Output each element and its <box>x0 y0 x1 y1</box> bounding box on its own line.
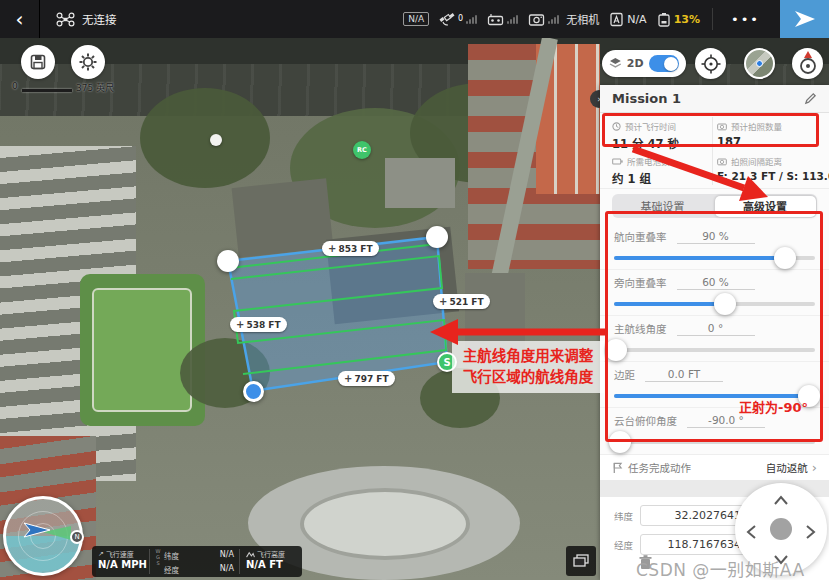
rc-signal[interactable] <box>487 13 518 26</box>
longitude-label: 经度 <box>614 538 640 552</box>
flight-status-badge: N/A <box>403 12 429 26</box>
scale-bar <box>22 89 72 92</box>
altitude-icon <box>246 551 255 558</box>
drone-icon <box>56 12 75 27</box>
remote-controller-icon <box>487 13 504 26</box>
annotation-box-stats <box>602 113 819 147</box>
add-vertex-icon: + <box>344 373 352 384</box>
map-2d-toggle[interactable] <box>649 55 679 72</box>
battery-icon <box>657 12 671 27</box>
nudge-center[interactable] <box>770 518 792 540</box>
back-button[interactable]: ‹ <box>0 0 40 38</box>
add-vertex-icon: + <box>328 243 336 254</box>
gps-signal[interactable]: 0 <box>439 12 477 26</box>
watermark: CSDN @一别如斯AA <box>636 556 805 580</box>
camera-status: 无相机 <box>566 11 599 27</box>
finish-action-row[interactable]: 任务完成动作 自动返航 › <box>600 454 829 480</box>
scale-zero: 0 <box>12 81 18 91</box>
satellite-icon <box>439 12 455 26</box>
signal-bars <box>466 14 477 24</box>
gear-icon <box>78 52 98 72</box>
nudge-up-icon[interactable] <box>771 493 791 507</box>
flag-icon <box>612 462 623 474</box>
nudge-left-icon[interactable] <box>744 522 758 542</box>
camera-icon <box>528 13 545 26</box>
top-bar: ‹ 无连接 N/A <box>0 0 829 38</box>
edge-length-label[interactable]: + 521 FT <box>433 294 490 309</box>
north-needle-icon <box>804 51 812 58</box>
telemetry-wgs: WGS 纬度N/A 经度N/A <box>150 546 239 577</box>
telemetry-speed: ↗ 飞行速度 N/A MPH <box>92 546 149 577</box>
back-icon: ‹ <box>16 7 24 31</box>
edge-length-label[interactable]: + 797 FT <box>338 371 395 386</box>
map-stadium-inner <box>300 488 470 560</box>
airplane-icon <box>793 7 817 31</box>
compass-reset-button[interactable] <box>792 48 823 79</box>
map-building <box>232 178 334 258</box>
mission-header: Mission 1 <box>600 85 829 113</box>
map-layer-switch-button[interactable] <box>744 48 775 79</box>
nudge-right-icon[interactable] <box>804 522 818 542</box>
vertex-handle[interactable] <box>426 226 448 248</box>
minimap-location-dot <box>756 60 763 67</box>
camera-signal[interactable]: 无相机 <box>528 11 599 27</box>
chevron-right-icon: › <box>812 460 817 475</box>
telemetry-altitude: 飞行高度 N/A FT <box>240 546 302 577</box>
edge-length-label[interactable]: + 853 FT <box>322 241 379 256</box>
finish-action-value: 自动返航 <box>766 460 808 475</box>
satellite-count: 0 <box>458 14 463 23</box>
map-2d-label: 2D <box>627 57 644 70</box>
telemetry-bar: ↗ 飞行速度 N/A MPH WGS 纬度N/A 经度N/A 飞行高度 N/A … <box>92 546 302 577</box>
overlap-windows-icon <box>573 554 589 568</box>
rc-location-marker: RC <box>353 141 371 159</box>
fit-view-button[interactable] <box>566 546 596 576</box>
map-mode-pill[interactable]: 2D <box>602 50 686 77</box>
battery-icon <box>612 157 623 166</box>
flight-mode[interactable]: N/A <box>609 12 646 27</box>
map-building <box>385 158 455 208</box>
layers-icon <box>609 57 622 70</box>
stat-photo-interval: 拍照间隔距离 F: 21.3 FT / S: 113.6 FT <box>717 155 823 182</box>
map-tower <box>210 134 222 146</box>
edge-length-label[interactable]: + 538 FT <box>230 317 287 332</box>
map-sports-field-inner <box>92 288 192 412</box>
annotation-gimbal-note: 正射为-90° <box>739 397 808 416</box>
aircraft-heading-icon <box>6 499 80 573</box>
locate-button[interactable] <box>695 48 726 79</box>
save-mission-button[interactable] <box>21 45 55 79</box>
mission-settings-button[interactable] <box>71 45 105 79</box>
speed-arrow-icon: ↗ <box>98 550 104 558</box>
map-trees <box>140 88 270 188</box>
edit-mission-icon[interactable] <box>804 92 817 105</box>
more-button[interactable]: ••• <box>725 12 766 27</box>
compass-north-badge: N <box>70 530 84 544</box>
latitude-label: 纬度 <box>614 509 640 523</box>
tutorial-annotation: 主航线角度用来调整 飞行区域的航线角度 <box>452 341 604 393</box>
locate-icon <box>700 53 722 75</box>
signal-bars <box>507 14 518 24</box>
vertex-handle[interactable] <box>217 250 239 272</box>
scale-label: 375 英尺 <box>76 81 114 94</box>
connection-status: 无连接 <box>56 11 117 27</box>
vertex-handle-selected[interactable] <box>243 381 264 402</box>
battery-percent: 13% <box>674 13 700 26</box>
app-window: S RC + 853 FT + 521 FT + 538 FT + 797 FT <box>0 0 829 580</box>
stat-batteries: 所需电池数 约 1 组 <box>612 155 718 186</box>
save-icon <box>29 53 47 71</box>
battery-status[interactable]: 13% <box>657 12 700 27</box>
camera-icon <box>717 157 727 166</box>
divider <box>712 8 713 30</box>
flight-mode-value: N/A <box>627 13 646 26</box>
signal-bars <box>548 14 559 24</box>
flight-mode-icon <box>609 12 624 27</box>
add-vertex-icon: + <box>236 319 244 330</box>
takeoff-button[interactable] <box>780 0 829 38</box>
add-vertex-icon: + <box>439 296 447 307</box>
mission-title: Mission 1 <box>612 91 681 106</box>
